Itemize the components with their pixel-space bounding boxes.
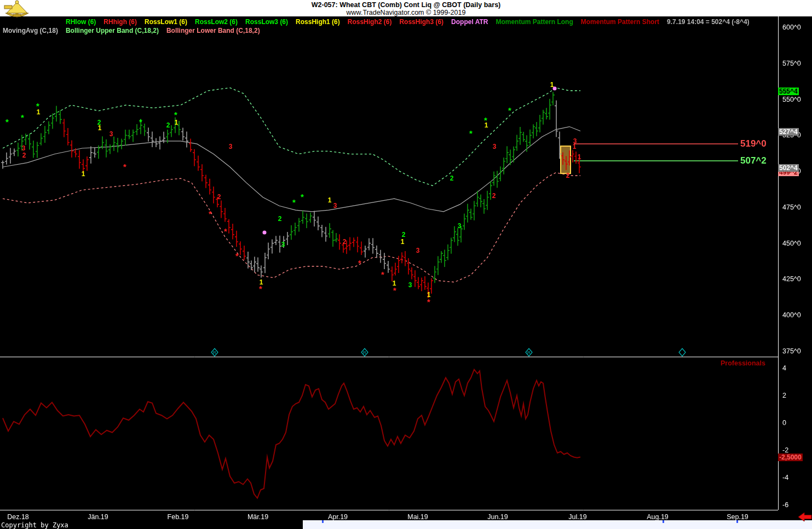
legend-item-7[interactable]: RossHigh3 (6) — [399, 18, 444, 26]
legend-item-8[interactable]: Doppel ATR — [451, 18, 488, 26]
price-tick-375: 375^0 — [782, 347, 801, 355]
legend-overlay-item-2[interactable]: Bollinger Lower Band (C,18,2) — [166, 27, 260, 34]
legend-item-10[interactable]: Momentum Pattern Short — [581, 18, 659, 26]
legend-item-9[interactable]: Momentum Pattern Long — [496, 18, 573, 26]
price-tick-425: 425^0 — [782, 275, 801, 283]
legend-item-3[interactable]: RossLow2 (6) — [195, 18, 238, 26]
stop-level-label-519: 519^0 — [740, 138, 767, 149]
legend-item-11[interactable]: 9.7.19 14:04 = 502^4 (-8^4) — [667, 18, 749, 26]
sextant-logo-icon — [1, 0, 33, 24]
price-tag-527: 527^4 — [778, 128, 799, 136]
legend-overlay-item-0[interactable]: MovingAvg (C,18) — [3, 27, 58, 34]
month-tick-5: Apr.19 — [328, 513, 348, 521]
price-tag-502: 502^4 — [778, 164, 799, 172]
month-tick-9: Aug.19 — [647, 513, 669, 521]
lower-tick-2: 2 — [782, 392, 786, 399]
scroll-left-arrow-button[interactable] — [798, 510, 812, 524]
lower-tick-4: 4 — [782, 364, 786, 372]
lower-tick-0: 0 — [782, 419, 786, 427]
price-tick-450: 450^0 — [782, 240, 801, 247]
lower-tick--4: -4 — [782, 474, 788, 481]
value-tag-minus2-5: -2,5000 — [778, 454, 803, 461]
chart-title: W2-057: Wheat CBT (Comb) Cont Liq @ CBOT… — [0, 1, 812, 9]
price-tick-475: 475^0 — [782, 204, 801, 211]
target-level-label-507: 507^2 — [740, 155, 767, 166]
month-tick-7: Jun.19 — [487, 513, 508, 521]
legend-item-4[interactable]: RossLow3 (6) — [245, 18, 288, 26]
chart-subtitle: www.TradeNavigator.com © 1999-2019 — [0, 9, 812, 16]
horizontal-scrollbar[interactable] — [303, 520, 812, 529]
legend-row-indicators: RHlow (6)RHhigh (6)RossLow1 (6)RossLow2 … — [66, 18, 757, 26]
legend-item-2[interactable]: RossLow1 (6) — [145, 18, 187, 26]
price-tag-555: 555^4 — [778, 88, 799, 95]
legend-row-overlays: MovingAvg (C,18)Bollinger Upper Band (C,… — [3, 27, 268, 34]
month-tick-4: Mär.19 — [247, 513, 268, 521]
copyright-text: Copyright by Zyxa — [1, 521, 68, 529]
month-tick-8: Jul.19 — [568, 513, 586, 521]
legend-item-0[interactable]: RHlow (6) — [66, 18, 96, 26]
month-tick-1: Dez.18 — [7, 513, 29, 521]
legend-overlay-item-1[interactable]: Bollinger Upper Band (C,18,2) — [66, 27, 159, 34]
month-tick-2: Jän.19 — [88, 513, 108, 521]
price-tick-400: 400^0 — [782, 311, 801, 319]
month-tick-10: Sep.19 — [727, 513, 748, 521]
price-tick-600: 600^0 — [782, 24, 801, 31]
header-bar: W2-057: Wheat CBT (Comb) Cont Liq @ CBOT… — [0, 0, 812, 16]
scrollbar-mark-0 — [322, 520, 324, 523]
price-tick-550: 550^0 — [782, 96, 801, 103]
lower-tick--6: -6 — [782, 501, 788, 509]
professionals-indicator-label: Professionals — [721, 359, 765, 367]
price-tick-575: 575^0 — [782, 60, 801, 67]
trade-navigator-window: W2-057: Wheat CBT (Comb) Cont Liq @ CBOT… — [0, 0, 812, 529]
legend-item-6[interactable]: RossHigh2 (6) — [348, 18, 392, 26]
month-tick-3: Feb.19 — [168, 513, 189, 521]
legend-item-5[interactable]: RossHigh1 (6) — [296, 18, 340, 26]
month-tick-6: Mai.19 — [407, 513, 428, 521]
price-chart-canvas[interactable] — [0, 0, 812, 529]
legend-item-1[interactable]: RHhigh (6) — [103, 18, 137, 26]
